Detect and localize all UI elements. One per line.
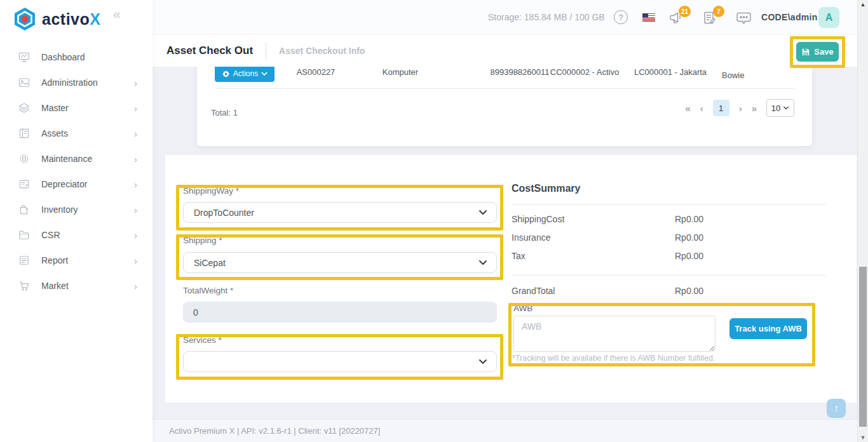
chevron-right-icon: › (134, 154, 137, 164)
total-weight-value: 0 (193, 307, 198, 318)
sidebar-item-label: Report (41, 255, 68, 265)
app-root: activoX « Dashboard Administration › Mas… (0, 0, 868, 442)
version-info: Activo Premium X | API: v2.1.6-r1 | Clie… (169, 426, 380, 436)
administration-icon (18, 76, 31, 89)
save-button[interactable]: Save (796, 42, 839, 62)
shipping-way-value: DropToCounter (194, 208, 254, 218)
sidebar-item-label: CSR (41, 230, 60, 240)
row-actions-button[interactable]: Actions (215, 65, 275, 82)
page-size-select[interactable]: 10 (766, 99, 794, 117)
main-area: Storage: 185.84 MB / 100 GB ? 21 7 CODE\… (153, 0, 868, 442)
sidebar-item-label: Maintenance (41, 154, 92, 164)
approvals-button[interactable]: 7 (702, 10, 719, 27)
flag-canton (642, 13, 648, 18)
report-icon (18, 254, 31, 267)
csr-icon (18, 229, 31, 241)
divider (512, 275, 826, 276)
title-divider (266, 43, 266, 59)
shipping-way-label: ShippingWay * (183, 186, 239, 196)
master-icon (18, 102, 31, 114)
cost-summary-title: CostSummary (512, 183, 580, 194)
page-size-value: 10 (771, 104, 780, 113)
total-weight-input: 0 (183, 302, 497, 323)
current-page-button[interactable]: 1 (713, 100, 729, 116)
chevron-down-icon (478, 260, 487, 265)
tax-value: Rp0.00 (675, 251, 703, 261)
page-title: Asset Check Out (166, 44, 253, 57)
sidebar-item-label: Administration (41, 77, 98, 88)
insurance-value: Rp0.00 (675, 232, 703, 243)
vertical-scrollbar[interactable]: ▲ ▼ (857, 0, 868, 442)
actions-label: Actions (233, 69, 258, 78)
sidebar-item-depreciator[interactable]: Depreciator › (0, 171, 153, 197)
sidebar-item-assets[interactable]: Assets › (0, 121, 153, 146)
page-subtitle[interactable]: Asset Checkout Info (279, 46, 365, 56)
announcements-badge: 21 (679, 6, 691, 17)
avatar[interactable]: A (818, 7, 839, 28)
sidebar-item-label: Assets (41, 128, 68, 138)
sidebar-item-maintenance[interactable]: Maintenance › (0, 146, 153, 171)
cell-asset-code: AS000227 (286, 67, 346, 77)
insurance-label: Insurance (512, 232, 550, 243)
shipping-select[interactable]: SiCepat (183, 252, 497, 273)
sidebar-item-label: Dashboard (41, 52, 85, 62)
sidebar-item-dashboard[interactable]: Dashboard (0, 44, 153, 70)
sidebar-item-market[interactable]: Market › (0, 273, 153, 298)
prev-page-button[interactable]: ‹ (700, 104, 703, 113)
grand-total-label: GrandTotal (512, 286, 555, 296)
dashboard-icon (18, 51, 31, 64)
total-weight-label: TotalWeight * (183, 286, 233, 295)
sidebar-item-administration[interactable]: Administration › (0, 70, 153, 95)
last-page-button[interactable]: » (752, 104, 757, 113)
sidebar-item-label: Inventory (41, 204, 78, 215)
inventory-icon (18, 203, 31, 216)
scrollbar-up-arrow[interactable]: ▲ (858, 1, 868, 8)
cell-asset-name: Komputer (370, 67, 431, 77)
sidebar-menu: Dashboard Administration › Master › Asse… (0, 44, 153, 298)
shipping-form-panel: ShippingWay * DropToCounter Shipping * S… (165, 155, 857, 403)
paginator: « ‹ 1 › » 10 (685, 99, 794, 117)
chevron-right-icon: › (134, 103, 137, 114)
shipping-way-select[interactable]: DropToCounter (183, 202, 497, 223)
chevron-down-icon (478, 359, 487, 365)
scrollbar-thumb[interactable] (859, 267, 867, 427)
sidebar: activoX « Dashboard Administration › Mas… (0, 0, 153, 442)
chevron-right-icon: › (134, 230, 137, 241)
gear-icon (222, 70, 230, 78)
track-awb-button[interactable]: Track using AWB (729, 318, 807, 339)
divider (512, 204, 826, 204)
save-icon (801, 48, 810, 57)
help-icon[interactable]: ? (614, 10, 628, 24)
awb-label: AWB (513, 304, 532, 313)
sidebar-collapse-button[interactable]: « (109, 5, 125, 23)
sidebar-item-csr[interactable]: CSR › (0, 222, 153, 248)
services-select[interactable] (183, 351, 497, 372)
storage-usage: Storage: 185.84 MB / 100 GB (488, 12, 605, 22)
chevron-down-icon (783, 106, 789, 110)
sidebar-item-master[interactable]: Master › (0, 95, 153, 121)
chevron-right-icon: › (134, 77, 137, 88)
language-flag-icon[interactable] (642, 13, 655, 22)
market-icon (18, 279, 31, 292)
sidebar-item-inventory[interactable]: Inventory › (0, 197, 153, 222)
messages-button[interactable] (736, 11, 752, 28)
checkout-items-card: Actions AS000227 Komputer 8993988260011 … (197, 57, 812, 146)
awb-input[interactable] (513, 316, 715, 352)
chevron-right-icon: › (134, 255, 137, 266)
approvals-badge: 7 (713, 6, 724, 17)
assets-icon (18, 127, 31, 140)
chevron-right-icon: › (134, 281, 137, 291)
cell-cost-center: CC000002 - Activo (546, 67, 623, 77)
brand[interactable]: activoX (13, 5, 100, 33)
chevron-right-icon: › (134, 128, 137, 139)
scroll-to-top-button[interactable]: ↑ (827, 399, 846, 418)
depreciator-icon (18, 178, 31, 191)
sidebar-item-label: Market (41, 281, 69, 291)
cell-barcode: 8993988260011 (486, 67, 553, 77)
sidebar-item-report[interactable]: Report › (0, 248, 153, 273)
next-page-button[interactable]: › (739, 104, 742, 113)
scrollbar-down-arrow[interactable]: ▼ (858, 434, 868, 441)
announcements-button[interactable]: 21 (668, 10, 685, 27)
first-page-button[interactable]: « (685, 104, 690, 113)
current-user: CODE\admin (761, 12, 818, 22)
